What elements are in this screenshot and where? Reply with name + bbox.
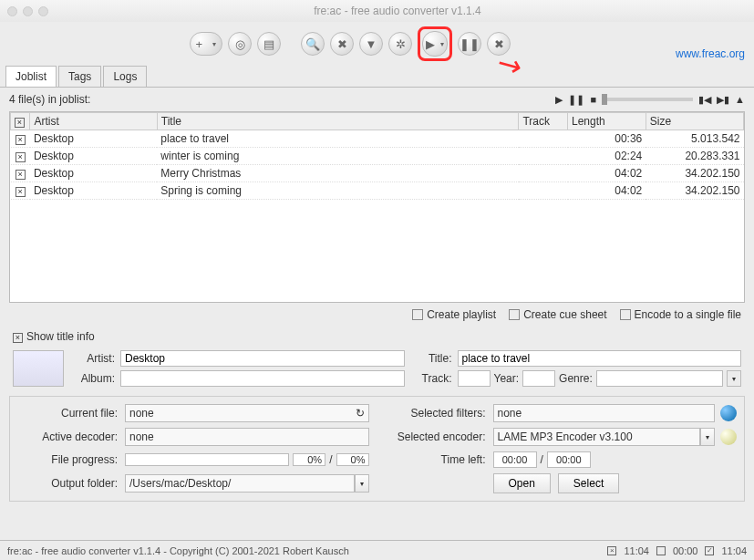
col-artist[interactable]: Artist — [30, 113, 157, 130]
title-field[interactable] — [458, 350, 742, 367]
table-row[interactable]: × Desktop Spring is coming 04:02 34.202.… — [11, 182, 744, 200]
table-row[interactable]: × Desktop place to travel 00:36 5.013.54… — [11, 130, 744, 148]
joblist-header: 4 file(s) in joblist: ▶ ❚❚ ■ ▮◀ ▶▮ ▲ — [0, 88, 754, 111]
current-file-label: Current file: — [17, 407, 118, 420]
selected-filters-label: Selected filters: — [377, 407, 486, 420]
year-field[interactable] — [522, 370, 555, 387]
table-row[interactable]: × Desktop winter is coming 02:24 20.283.… — [11, 148, 744, 165]
file-progress-label: File progress: — [17, 453, 118, 466]
file-progress-pct1: 0% — [293, 453, 325, 466]
col-track[interactable]: Track — [519, 113, 568, 130]
footer-time-3: 11:04 — [721, 545, 747, 556]
output-folder-value[interactable]: /Users/mac/Desktop/ — [125, 474, 355, 493]
time-left-1: 00:00 — [493, 451, 537, 468]
pause-button[interactable]: ❚❚ — [458, 32, 481, 56]
window-title: fre:ac - free audio converter v1.1.4 — [48, 5, 747, 17]
prev-track-icon[interactable]: ▮◀ — [698, 94, 711, 106]
show-title-toggle[interactable]: ×Show title info — [0, 327, 754, 347]
main-toolbar: +▾ ◎ ▤ 🔍 ✖ ▼ ✲ ▶▾ ❚❚ ✖ ↘ www.freac.org — [0, 22, 754, 66]
row-check[interactable]: × — [15, 152, 26, 162]
artist-label: Artist: — [73, 352, 115, 365]
playback-controls: ▶ ❚❚ ■ ▮◀ ▶▮ ▲ — [555, 94, 745, 106]
album-field[interactable] — [120, 370, 405, 387]
settings-icon[interactable]: ✖ — [330, 32, 354, 56]
table-row[interactable]: × Desktop Merry Christmas 04:02 34.202.1… — [11, 165, 744, 182]
footer-time-1: 11:04 — [624, 545, 649, 556]
status-panel: Current file: none↻ Selected filters: no… — [9, 396, 745, 502]
window-controls[interactable] — [7, 6, 48, 16]
row-check[interactable]: × — [15, 187, 26, 197]
year-label: Year: — [494, 372, 520, 385]
globe-icon[interactable] — [720, 405, 737, 421]
stop-icon[interactable]: ■ — [590, 94, 596, 105]
create-playlist-checkbox[interactable]: Create playlist — [412, 308, 496, 321]
title-label: Title: — [410, 352, 452, 365]
open-button[interactable]: Open — [493, 473, 551, 493]
selected-encoder-label: Selected encoder: — [377, 430, 486, 443]
joblist-count: 4 file(s) in joblist: — [9, 93, 555, 106]
artist-field[interactable] — [120, 350, 405, 367]
tab-joblist[interactable]: Joblist — [5, 66, 57, 87]
select-button[interactable]: Select — [558, 473, 619, 493]
play-button[interactable]: ▶▾ — [422, 31, 448, 57]
time-left-2: 00:00 — [547, 451, 591, 468]
tab-tags[interactable]: Tags — [58, 66, 101, 87]
file-progress-bar — [125, 453, 289, 466]
time-left-label: Time left: — [377, 453, 486, 466]
col-length[interactable]: Length — [568, 113, 646, 130]
disc-icon[interactable]: ◎ — [228, 32, 252, 56]
output-folder-label: Output folder: — [17, 477, 118, 490]
play-button-highlight: ▶▾ — [418, 26, 452, 61]
col-size[interactable]: Size — [646, 113, 743, 130]
add-files-button[interactable]: +▾ — [190, 32, 222, 56]
play-icon[interactable]: ▶ — [555, 94, 563, 106]
output-folder-dropdown-icon[interactable]: ▾ — [355, 474, 369, 493]
footer-text: fre:ac - free audio converter v1.1.4 - C… — [7, 545, 349, 556]
reload-icon[interactable]: ↻ — [356, 407, 365, 420]
current-file-value: none↻ — [125, 404, 369, 422]
genre-label: Genre: — [559, 372, 593, 385]
selected-filters-value: none — [493, 404, 716, 422]
clock-icon[interactable] — [720, 429, 737, 445]
selected-encoder-value[interactable]: LAME MP3 Encoder v3.100 — [493, 428, 701, 446]
create-cuesheet-checkbox[interactable]: Create cue sheet — [509, 308, 606, 321]
check-all[interactable]: × — [11, 113, 30, 130]
joblist-table: × Artist Title Track Length Size × Deskt… — [9, 111, 745, 303]
track-field[interactable] — [458, 370, 491, 387]
stop-button[interactable]: ✖ — [487, 32, 511, 56]
album-label: Album: — [73, 372, 115, 385]
row-check[interactable]: × — [15, 135, 26, 145]
pause-icon[interactable]: ❚❚ — [568, 94, 584, 106]
title-info-panel: Artist: Title: Album: Track: Year: Genre… — [0, 347, 754, 390]
down-icon[interactable]: ▼ — [359, 32, 383, 56]
encode-single-file-checkbox[interactable]: Encode to a single file — [620, 308, 741, 321]
active-decoder-value: none — [125, 428, 369, 446]
genre-dropdown-icon[interactable]: ▾ — [727, 370, 741, 387]
seek-slider[interactable] — [602, 98, 693, 101]
tab-bar: Joblist Tags Logs — [0, 66, 754, 88]
encoder-dropdown-icon[interactable]: ▾ — [700, 428, 715, 446]
active-decoder-label: Active decoder: — [17, 430, 118, 443]
eject-icon[interactable]: ▲ — [735, 94, 745, 105]
status-bar: fre:ac - free audio converter v1.1.4 - C… — [0, 540, 754, 560]
tab-logs[interactable]: Logs — [103, 66, 147, 87]
encode-options: Create playlist Create cue sheet Encode … — [0, 303, 754, 327]
file-progress-pct2: 0% — [336, 453, 369, 466]
gear-icon[interactable]: ✲ — [388, 32, 412, 56]
row-check[interactable]: × — [15, 170, 26, 180]
footer-time-2: 00:00 — [673, 545, 698, 556]
album-art — [13, 350, 64, 387]
genre-field[interactable] — [596, 370, 723, 387]
col-title[interactable]: Title — [157, 113, 519, 130]
next-track-icon[interactable]: ▶▮ — [717, 94, 729, 106]
track-label: Track: — [410, 372, 452, 385]
website-link[interactable]: www.freac.org — [676, 47, 745, 60]
search-icon[interactable]: 🔍 — [301, 32, 325, 56]
doc-icon[interactable]: ▤ — [257, 32, 281, 56]
titlebar: fre:ac - free audio converter v1.1.4 — [0, 0, 754, 22]
